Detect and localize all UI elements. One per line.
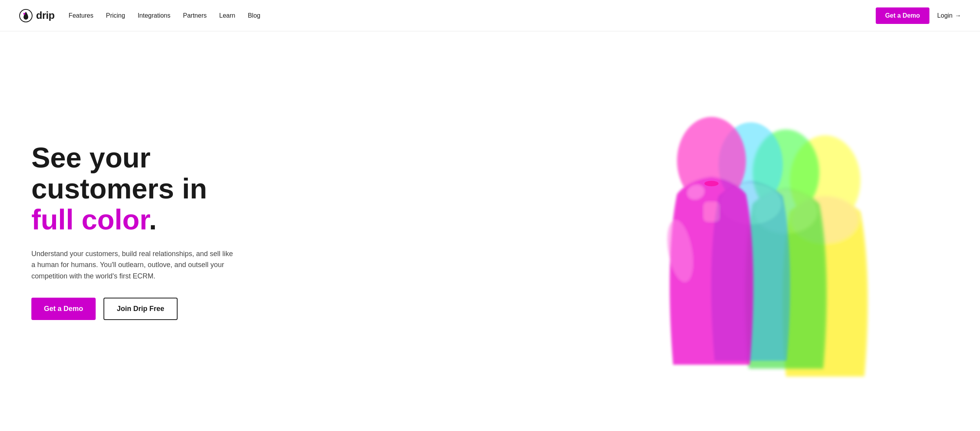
hero-join-button[interactable]: Join Drip Free bbox=[103, 298, 178, 320]
svg-rect-9 bbox=[704, 202, 719, 222]
svg-point-12 bbox=[704, 181, 719, 186]
nav-item-features[interactable]: Features bbox=[69, 12, 93, 19]
hero-title-period: . bbox=[149, 204, 157, 235]
hero-buttons: Get a Demo Join Drip Free bbox=[31, 298, 471, 320]
logo-text: drip bbox=[36, 9, 54, 22]
nav-left: drip Features Pricing Integrations Partn… bbox=[19, 9, 260, 23]
hero-title-highlight: full color bbox=[31, 204, 149, 235]
hero-image bbox=[490, 55, 980, 408]
drip-logo-icon bbox=[19, 9, 33, 23]
hero-title: See your customers in full color. bbox=[31, 142, 471, 236]
nav-right: Get a Demo Login → bbox=[876, 7, 961, 24]
nav-item-integrations[interactable]: Integrations bbox=[138, 12, 171, 19]
hero-figures-svg bbox=[490, 55, 980, 408]
nav-login-button[interactable]: Login → bbox=[937, 12, 961, 19]
login-label: Login bbox=[937, 12, 953, 19]
nav-link-partners[interactable]: Partners bbox=[183, 12, 207, 19]
nav-item-blog[interactable]: Blog bbox=[248, 12, 260, 19]
logo-link[interactable]: drip bbox=[19, 9, 54, 23]
hero-title-line1: See your bbox=[31, 142, 151, 173]
nav-link-features[interactable]: Features bbox=[69, 12, 93, 19]
nav-link-pricing[interactable]: Pricing bbox=[106, 12, 125, 19]
nav-link-learn[interactable]: Learn bbox=[219, 12, 235, 19]
login-arrow-icon: → bbox=[955, 12, 961, 19]
nav-item-pricing[interactable]: Pricing bbox=[106, 12, 125, 19]
nav-item-partners[interactable]: Partners bbox=[183, 12, 207, 19]
nav-links: Features Pricing Integrations Partners L… bbox=[69, 12, 260, 19]
svg-point-1 bbox=[24, 13, 25, 15]
hero-content: See your customers in full color. Unders… bbox=[0, 111, 490, 351]
hero-demo-button[interactable]: Get a Demo bbox=[31, 298, 96, 320]
nav-item-learn[interactable]: Learn bbox=[219, 12, 235, 19]
hero-subtitle: Understand your customers, build real re… bbox=[31, 248, 235, 282]
nav-link-blog[interactable]: Blog bbox=[248, 12, 260, 19]
hero-title-line2: customers in bbox=[31, 173, 207, 204]
color-figures-container bbox=[490, 55, 980, 408]
nav-demo-button[interactable]: Get a Demo bbox=[876, 7, 929, 24]
navbar: drip Features Pricing Integrations Partn… bbox=[0, 0, 980, 31]
hero-section: See your customers in full color. Unders… bbox=[0, 31, 980, 431]
nav-link-integrations[interactable]: Integrations bbox=[138, 12, 171, 19]
